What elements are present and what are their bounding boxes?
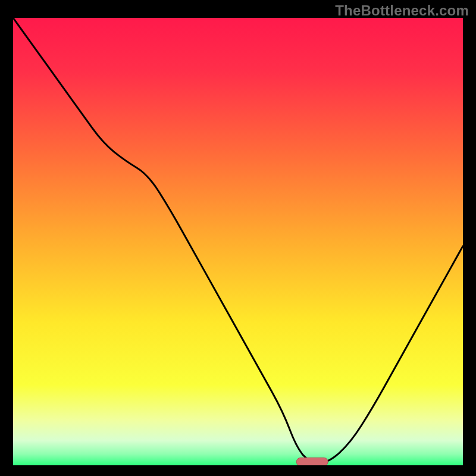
chart-svg: [13, 18, 463, 465]
plot-area: [13, 18, 463, 465]
chart-container: TheBottleneck.com: [0, 0, 476, 476]
gradient-background: [13, 18, 463, 465]
optimal-marker: [296, 458, 328, 465]
watermark-text: TheBottleneck.com: [335, 2, 469, 19]
